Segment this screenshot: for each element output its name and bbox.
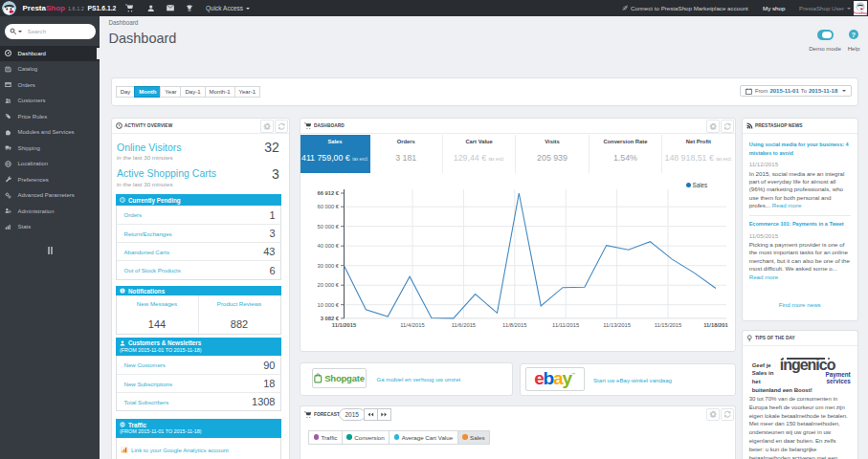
notifications-table: New Messages144Product Reviews882 [116, 295, 281, 335]
forecast-cart-icon [304, 411, 312, 419]
row-link[interactable]: Abandoned Carts [124, 249, 169, 255]
wrench-icon [5, 176, 11, 183]
sidebar-item-administration[interactable]: Administration [0, 204, 100, 220]
row-link[interactable]: Orders [124, 211, 143, 218]
my-shop-link[interactable]: My shop [763, 0, 785, 16]
search-input[interactable] [28, 28, 76, 34]
table-row: Orders1 [117, 206, 280, 224]
forecast-legend-conversion[interactable]: Conversion [342, 430, 389, 445]
read-more-link[interactable]: Read more [772, 202, 802, 208]
sidebar-item-stats[interactable]: Stats [0, 219, 100, 235]
shopgate-bag-icon [314, 373, 323, 383]
help-label: Help [842, 45, 865, 52]
info-icon [120, 288, 125, 294]
collapse-menu-icon[interactable] [48, 247, 59, 256]
row-link[interactable]: Out of Stock Products [124, 267, 181, 273]
refresh-icon[interactable] [721, 408, 734, 422]
sidebar-item-customers[interactable]: Customers [0, 93, 100, 109]
table-row: New Subscriptions18 [117, 374, 280, 392]
notification-cell[interactable]: New Messages144 [117, 295, 198, 334]
customer-icon [120, 340, 125, 346]
configure-gear-icon[interactable] [706, 120, 720, 133]
clock-icon [116, 122, 122, 129]
panel-title: PRESTASHOP NEWS [755, 122, 803, 128]
sidebar-item-dashboard[interactable]: Dashboard [0, 46, 100, 62]
configure-gear-icon[interactable] [706, 408, 720, 422]
tab-month[interactable]: Month [134, 86, 161, 98]
user-menu[interactable]: PrestaShop User [799, 0, 851, 16]
calendar-icon [746, 88, 752, 95]
cart-icon[interactable] [125, 4, 134, 12]
forecast-legend-sales[interactable]: Sales [457, 430, 490, 445]
sidebar-search[interactable] [5, 24, 96, 39]
currently-pending-header: Currently Pending [116, 194, 281, 206]
tab-year[interactable]: Year [160, 86, 181, 98]
quick-access-menu[interactable]: Quick Access [206, 0, 250, 16]
news-article-title[interactable]: Ecommerce 101: Payments in a Tweet [749, 220, 852, 229]
svg-text:PrestaShop: PrestaShop [854, 11, 867, 15]
forecast-year-pill[interactable]: 2015 [339, 408, 366, 421]
news-article-title[interactable]: Using social media for your business: 4 … [749, 141, 852, 158]
envelope-icon[interactable] [167, 5, 174, 11]
sidebar-item-advanced-parameters[interactable]: Advanced Parameters [0, 187, 100, 204]
notification-cell[interactable]: Product Reviews882 [198, 295, 280, 334]
backward-button[interactable] [364, 408, 378, 421]
tab-day[interactable]: Day [116, 86, 136, 98]
svg-text:50 000 €: 50 000 € [317, 223, 339, 229]
person-icon[interactable] [147, 5, 155, 12]
row-link[interactable]: New Customers [124, 361, 166, 368]
ebay-link[interactable]: Start uw eBay-winkel vandaag [593, 377, 672, 383]
kpi-conversion-rate[interactable]: Conversion Rate1.54% [590, 135, 662, 173]
active-carts-value: 3 [272, 166, 279, 182]
globe-icon [5, 161, 11, 167]
globe-icon [120, 422, 125, 427]
refresh-icon[interactable] [721, 120, 734, 133]
ebay-logo[interactable]: ebay™ [525, 367, 585, 391]
sidebar-item-preferences[interactable]: Preferences [0, 172, 100, 188]
help-icon[interactable]: ? [849, 30, 859, 40]
kpi-cart-value[interactable]: Cart Value129,44 € tax excl. [443, 135, 516, 173]
kpi-sales[interactable]: Sales411 759,00 € tax excl. [300, 135, 370, 173]
sidebar-item-modules-and-services[interactable]: Modules and Services [0, 124, 100, 141]
demo-mode-toggle[interactable] [817, 30, 834, 40]
tab-day-1[interactable]: Day-1 [180, 86, 205, 98]
forward-button[interactable] [377, 408, 391, 421]
online-visitors-link[interactable]: Online Visitors [117, 142, 182, 153]
prestashop-logo-icon[interactable] [2, 1, 16, 15]
tab-month-1[interactable]: Month-1 [205, 86, 235, 98]
read-more-link[interactable]: Read more [749, 273, 779, 280]
row-link[interactable]: New Subscriptions [124, 381, 172, 387]
svg-text:11/11/2015: 11/11/2015 [552, 322, 579, 328]
row-link[interactable]: Return/Exchanges [124, 230, 172, 237]
row-link[interactable]: Total Subscribers [124, 399, 169, 405]
svg-text:11/8/2015: 11/8/2015 [502, 322, 526, 328]
configure-gear-icon[interactable] [260, 120, 274, 133]
forecast-legend-traffic[interactable]: Traffic [308, 430, 343, 445]
sidebar-item-localization[interactable]: Localization [0, 156, 100, 172]
shopgate-logo[interactable]: Shopgate [312, 368, 367, 388]
kpi-visits[interactable]: Visits205 939 [516, 135, 589, 173]
sidebar-item-price-rules[interactable]: Price Rules [0, 109, 100, 125]
user-avatar[interactable]: PrestaShop [854, 1, 867, 15]
kpi-orders[interactable]: Orders3 181 [370, 135, 443, 173]
shop-name[interactable]: PS1.6.1.2 [88, 0, 117, 16]
table-row: Return/Exchanges3 [117, 224, 280, 242]
active-carts-link[interactable]: Active Shopping Carts [117, 167, 216, 179]
date-from: 2015-11-01 [769, 88, 798, 94]
sidebar-item-shipping[interactable]: Shipping [0, 141, 100, 157]
date-range-button[interactable]: From 2015-11-01 To 2015-11-18 [740, 85, 851, 97]
shopgate-link[interactable]: Ga mobiel en verhoog uw omzet [377, 376, 461, 382]
find-more-news-link[interactable]: Find more news [743, 301, 857, 308]
marketplace-link[interactable]: Connect to PrestaShop Marketplace accoun… [622, 0, 748, 16]
sidebar-item-orders[interactable]: Orders [0, 77, 100, 94]
google-analytics-link[interactable]: Link to your Google Analytics account [131, 447, 229, 453]
sidebar-item-catalog[interactable]: Catalog [0, 61, 100, 77]
refresh-icon[interactable] [275, 120, 288, 133]
tab-year-1[interactable]: Year-1 [234, 86, 260, 98]
panel-title: ACTIVITY OVERVIEW [124, 122, 172, 128]
forecast-legend-average-cart-value[interactable]: Average Cart Value [389, 430, 457, 445]
trophy-icon[interactable] [186, 5, 193, 12]
pending-clock-icon [120, 197, 125, 203]
search-scope-caret[interactable] [18, 31, 22, 33]
kpi-net-profit[interactable]: Net Profit148 918,51 € tax excl. [662, 135, 734, 173]
